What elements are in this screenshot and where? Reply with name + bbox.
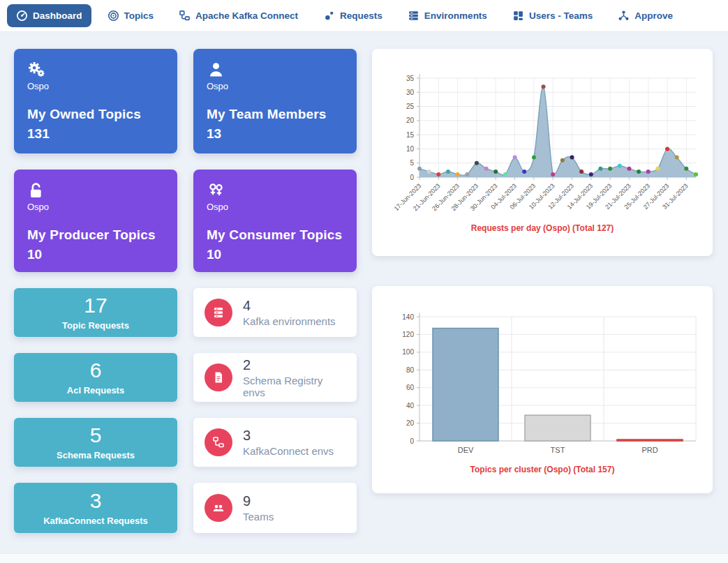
approve-icon [618, 10, 630, 22]
environment-label: KafkaConnect envs [243, 445, 334, 457]
topics-per-cluster-chart: 020406080100120140DEVTSTPRD [380, 296, 704, 462]
unlock-icon [27, 181, 46, 200]
request-count: 5 [90, 425, 102, 446]
team-label: Ospo [27, 202, 164, 212]
environment-count: 3 [243, 428, 334, 444]
nav-item-requests[interactable]: Requests [314, 4, 392, 27]
requests-per-day-chart: 0510152025303517-Jun-202321-Jun-202326-J… [380, 59, 704, 220]
summary-card-my-producer-topics[interactable]: Ospo My Producer Topics 10 [14, 170, 177, 272]
nav-item-environments[interactable]: Environments [399, 4, 496, 27]
svg-text:35: 35 [406, 75, 415, 82]
card-value: 10 [27, 247, 164, 262]
svg-text:15: 15 [406, 131, 415, 139]
environment-label: Schema Registry envs [243, 375, 346, 398]
stats-grid: Ospo My Owned Topics 131 Ospo My Team Me… [14, 49, 357, 533]
nav-item-label: Apache Kafka Connect [195, 10, 298, 21]
requests-icon [323, 10, 335, 22]
topics-per-cluster-title: Topics per cluster (Ospo) (Total 157) [380, 465, 704, 474]
nav-item-label: Users - Teams [529, 10, 593, 21]
request-label: Schema Requests [57, 450, 135, 460]
request-label: KafkaConnect Requests [43, 516, 148, 526]
environment-card[interactable]: 2 Schema Registry envs [193, 353, 357, 402]
nav-item-label: Environments [424, 10, 487, 21]
summary-card-my-consumer-topics[interactable]: Ospo My Consumer Topics 10 [193, 170, 357, 272]
request-count-card[interactable]: 3 KafkaConnect Requests [14, 483, 177, 533]
environment-card[interactable]: 3 KafkaConnect envs [193, 418, 357, 467]
svg-text:DEV: DEV [458, 446, 474, 454]
environment-label: Kafka environments [243, 315, 336, 327]
svg-text:TST: TST [551, 446, 565, 454]
nav-item-users-teams[interactable]: Users - Teams [503, 4, 602, 27]
person-icon [207, 61, 225, 80]
dashboard-icon [16, 10, 28, 22]
svg-text:5: 5 [410, 159, 414, 167]
team-label: Ospo [207, 81, 343, 91]
request-count: 6 [90, 360, 102, 381]
svg-text:PRD: PRD [641, 446, 658, 454]
navbar: Dashboard Topics Apache Kafka Connect Re… [0, 0, 728, 32]
svg-text:20: 20 [406, 419, 415, 427]
users-teams-icon [512, 10, 524, 22]
nav-item-dashboard[interactable]: Dashboard [7, 4, 91, 27]
request-label: Acl Requests [67, 385, 124, 396]
connect-nodes-icon [205, 428, 232, 456]
kafka-connect-icon [179, 10, 191, 22]
environments-icon [408, 10, 419, 22]
document-icon [205, 363, 232, 391]
svg-text:100: 100 [402, 348, 414, 356]
nav-item-label: Dashboard [33, 10, 82, 21]
summary-card-my-owned-topics[interactable]: Ospo My Owned Topics 131 [14, 49, 177, 153]
environment-label: Teams [243, 511, 274, 523]
request-count: 3 [90, 490, 102, 511]
card-value: 10 [207, 247, 343, 262]
topics-per-cluster-card: 020406080100120140DEVTSTPRD Topics per c… [372, 286, 713, 493]
team-label: Ospo [27, 81, 164, 91]
gears-icon [27, 61, 46, 80]
svg-text:40: 40 [406, 402, 415, 410]
server-stack-icon [205, 299, 232, 326]
environment-card[interactable]: 9 Teams [193, 483, 357, 533]
environment-count: 9 [243, 493, 274, 509]
topics-icon [107, 10, 119, 22]
svg-text:25: 25 [406, 103, 415, 110]
svg-text:120: 120 [402, 331, 414, 338]
request-count: 17 [84, 295, 107, 316]
svg-text:60: 60 [406, 384, 415, 391]
request-label: Topic Requests [62, 320, 129, 331]
summary-card-my-team-members[interactable]: Ospo My Team Members 13 [193, 49, 357, 153]
nav-item-apache-kafka-connect[interactable]: Apache Kafka Connect [170, 4, 307, 27]
environment-count: 4 [243, 298, 336, 314]
svg-text:30: 30 [406, 89, 415, 96]
svg-text:10: 10 [406, 145, 415, 153]
nav-item-label: Approve [634, 10, 673, 21]
request-count-card[interactable]: 6 Acl Requests [14, 353, 177, 402]
nav-item-approve[interactable]: Approve [609, 4, 682, 27]
requests-per-day-card: 0510152025303517-Jun-202321-Jun-202326-J… [372, 49, 713, 256]
dashboard-main: Ospo My Owned Topics 131 Ospo My Team Me… [0, 32, 728, 533]
charts-column: 0510152025303517-Jun-202321-Jun-202326-J… [372, 49, 713, 533]
svg-text:0: 0 [410, 174, 414, 181]
nav-item-label: Requests [340, 10, 382, 21]
team-label: Ospo [207, 202, 343, 212]
environment-count: 2 [243, 357, 346, 373]
consumers-icon [207, 181, 225, 200]
nav-item-topics[interactable]: Topics [98, 4, 163, 27]
requests-per-day-title: Requests per day (Ospo) (Total 127) [380, 223, 704, 233]
people-icon [205, 494, 232, 522]
request-count-card[interactable]: 17 Topic Requests [14, 288, 177, 337]
card-title: My Producer Topics [27, 227, 164, 243]
card-title: My Consumer Topics [207, 227, 343, 243]
footer [0, 553, 728, 563]
request-count-card[interactable]: 5 Schema Requests [14, 418, 177, 467]
svg-text:20: 20 [406, 117, 415, 124]
nav-item-label: Topics [124, 10, 154, 21]
card-title: My Owned Topics [27, 107, 164, 122]
svg-text:0: 0 [410, 437, 414, 445]
card-title: My Team Members [207, 107, 343, 122]
card-value: 131 [27, 126, 164, 142]
svg-text:140: 140 [402, 313, 414, 321]
svg-text:80: 80 [406, 366, 415, 374]
card-value: 13 [207, 126, 343, 142]
environment-card[interactable]: 4 Kafka environments [193, 288, 357, 337]
